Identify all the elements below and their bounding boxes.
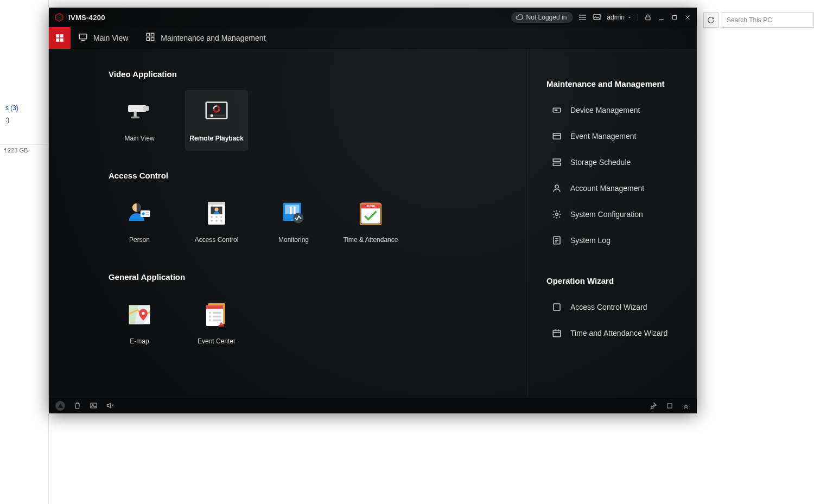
close-button[interactable] bbox=[684, 14, 691, 21]
tab-home[interactable] bbox=[49, 27, 71, 49]
svg-rect-49 bbox=[294, 207, 296, 214]
svg-rect-26 bbox=[131, 117, 139, 119]
host-search-input[interactable]: Search This PC bbox=[722, 12, 814, 28]
host-tree-item[interactable]: s (3) bbox=[0, 102, 48, 114]
svg-rect-82 bbox=[554, 304, 560, 310]
tab-main-view[interactable]: Main View bbox=[71, 27, 138, 49]
login-status-pill[interactable]: Not Logged in bbox=[511, 12, 574, 23]
mute-icon[interactable] bbox=[105, 401, 114, 410]
host-explorer-sidebar: s (3) :) f 223 GB bbox=[0, 0, 49, 504]
svg-rect-61 bbox=[206, 305, 224, 309]
app-logo-icon bbox=[54, 12, 64, 22]
card-time-attendance[interactable]: JUNE Time & Attendance bbox=[340, 192, 402, 252]
section-title-video: Video Application bbox=[109, 69, 527, 79]
svg-point-70 bbox=[555, 110, 556, 111]
user-menu[interactable]: admin bbox=[607, 14, 632, 21]
pin-icon[interactable] bbox=[649, 401, 658, 410]
svg-rect-20 bbox=[151, 33, 154, 36]
svg-point-71 bbox=[556, 110, 557, 111]
side-item-event-management[interactable]: Event Management bbox=[546, 123, 681, 149]
svg-rect-14 bbox=[60, 34, 63, 37]
monitoring-icon bbox=[277, 196, 310, 230]
wizard-icon bbox=[552, 302, 562, 312]
restore-icon[interactable] bbox=[665, 401, 674, 410]
svg-rect-72 bbox=[553, 133, 561, 139]
svg-point-39 bbox=[215, 208, 219, 212]
svg-point-77 bbox=[556, 213, 558, 216]
svg-rect-63 bbox=[213, 312, 221, 314]
section-title-general: General Application bbox=[109, 272, 527, 282]
card-event-center[interactable]: Event Center bbox=[186, 294, 247, 353]
card-remote-playback[interactable]: Remote Playback bbox=[186, 91, 247, 150]
side-item-access-control-wizard[interactable]: Access Control Wizard bbox=[546, 294, 681, 320]
login-status-text: Not Logged in bbox=[526, 14, 567, 21]
card-person-label: Person bbox=[129, 237, 150, 244]
svg-rect-10 bbox=[673, 16, 677, 20]
svg-rect-37 bbox=[208, 202, 225, 205]
svg-rect-21 bbox=[147, 38, 150, 41]
side-item-device-management[interactable]: Device Management bbox=[546, 97, 681, 123]
host-search-placeholder: Search This PC bbox=[727, 16, 772, 24]
side-item-account-management[interactable]: Account Management bbox=[546, 175, 681, 201]
svg-rect-66 bbox=[209, 320, 211, 322]
svg-point-41 bbox=[215, 216, 218, 218]
side-item-label: Device Management bbox=[570, 106, 640, 114]
content-main: Video Application Main View bbox=[49, 49, 527, 397]
svg-rect-17 bbox=[79, 34, 87, 39]
side-item-storage-schedule[interactable]: Storage Schedule bbox=[546, 149, 681, 175]
maximize-button[interactable] bbox=[671, 14, 678, 21]
cloud-icon bbox=[516, 14, 523, 21]
calendar-small-icon bbox=[552, 328, 562, 338]
side-item-label: Event Management bbox=[570, 132, 636, 141]
device-icon bbox=[552, 105, 562, 115]
svg-rect-16 bbox=[60, 38, 63, 41]
card-emap[interactable]: E-map bbox=[109, 294, 170, 353]
host-refresh-button[interactable] bbox=[703, 12, 718, 28]
picture-icon[interactable] bbox=[593, 13, 601, 22]
titlebar: iVMS-4200 Not Logged in admin bbox=[49, 8, 697, 27]
svg-point-58 bbox=[142, 312, 144, 315]
card-person[interactable]: Person bbox=[109, 192, 170, 252]
side-item-system-configuration[interactable]: System Configuration bbox=[546, 201, 681, 227]
list-icon[interactable] bbox=[578, 13, 587, 22]
svg-rect-91 bbox=[667, 403, 672, 407]
host-tree-item-drive[interactable]: :) bbox=[0, 114, 48, 126]
minimize-button[interactable] bbox=[658, 14, 665, 21]
card-main-view[interactable]: Main View bbox=[109, 91, 170, 150]
svg-rect-75 bbox=[553, 163, 561, 166]
tab-main-view-label: Main View bbox=[93, 34, 128, 42]
side-item-label: System Log bbox=[570, 236, 610, 245]
svg-point-40 bbox=[211, 216, 213, 218]
content-sidebar: Maintenance and Management Device Manage… bbox=[527, 49, 697, 397]
chevron-down-icon bbox=[627, 15, 632, 20]
svg-rect-74 bbox=[553, 159, 561, 162]
svg-point-5 bbox=[580, 17, 580, 17]
side-item-system-log[interactable]: System Log bbox=[546, 227, 681, 253]
side-heading-wizard: Operation Wizard bbox=[546, 276, 681, 285]
event-center-icon bbox=[200, 298, 233, 331]
svg-rect-34 bbox=[145, 212, 149, 213]
refresh-icon bbox=[707, 16, 715, 24]
image-icon[interactable] bbox=[89, 401, 98, 410]
card-monitoring[interactable]: Monitoring bbox=[263, 192, 325, 252]
alert-badge-icon[interactable] bbox=[55, 401, 65, 411]
svg-rect-24 bbox=[143, 106, 149, 111]
collapse-up-icon[interactable] bbox=[682, 401, 690, 410]
side-item-time-attendance-wizard[interactable]: Time and Attendance Wizard bbox=[546, 320, 681, 346]
svg-rect-67 bbox=[213, 320, 221, 322]
lock-icon[interactable] bbox=[644, 13, 652, 22]
card-event-center-label: Event Center bbox=[198, 338, 236, 346]
trash-icon[interactable] bbox=[73, 401, 81, 410]
card-access-control[interactable]: Access Control bbox=[186, 192, 247, 252]
card-time-attendance-label: Time & Attendance bbox=[344, 237, 398, 244]
content: Video Application Main View bbox=[49, 49, 697, 397]
svg-point-43 bbox=[211, 220, 213, 222]
calendar-icon: JUNE bbox=[354, 196, 387, 230]
svg-rect-47 bbox=[285, 205, 299, 214]
user-label: admin bbox=[607, 14, 625, 21]
tab-maintenance[interactable]: Maintenance and Management bbox=[138, 27, 275, 49]
section-title-access: Access Control bbox=[109, 171, 527, 180]
app-window: iVMS-4200 Not Logged in admin bbox=[49, 8, 697, 413]
svg-rect-62 bbox=[209, 312, 211, 314]
card-monitoring-label: Monitoring bbox=[278, 237, 309, 244]
